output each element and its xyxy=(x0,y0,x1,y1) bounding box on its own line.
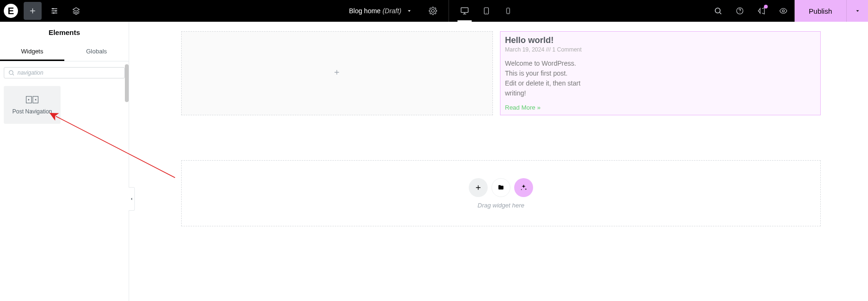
tab-globals[interactable]: Globals xyxy=(64,43,129,61)
desktop-device-button[interactable] xyxy=(454,0,475,22)
chevron-down-icon xyxy=(854,8,861,14)
drop-section-buttons xyxy=(469,178,533,197)
topbar: E Blog home (Draft) xyxy=(0,0,868,22)
search-icon xyxy=(8,69,15,76)
gear-icon xyxy=(429,7,437,15)
post-preview-card[interactable]: Hello world! March 19, 2024 /// 1 Commen… xyxy=(500,31,821,115)
publish-options-button[interactable] xyxy=(846,0,868,22)
mobile-icon xyxy=(504,7,512,15)
empty-column[interactable] xyxy=(181,31,493,115)
svg-point-8 xyxy=(715,8,720,13)
svg-point-0 xyxy=(53,8,54,9)
plus-icon xyxy=(28,7,37,15)
layers-icon xyxy=(72,7,80,15)
eye-icon xyxy=(779,7,788,15)
document-status: (Draft) xyxy=(383,7,402,15)
add-section-button[interactable] xyxy=(469,178,488,197)
mobile-device-button[interactable] xyxy=(497,0,519,22)
widget-results: Post Navigation xyxy=(0,84,129,126)
svg-point-11 xyxy=(782,10,785,12)
publish-button[interactable]: Publish xyxy=(795,0,846,22)
topbar-center: Blog home (Draft) xyxy=(349,0,519,22)
help-icon xyxy=(736,7,744,15)
plus-icon xyxy=(474,184,482,191)
topbar-left: E xyxy=(0,0,87,22)
drop-hint: Drag widget here xyxy=(478,202,525,209)
separator xyxy=(448,0,449,22)
widget-label: Post Navigation xyxy=(12,108,52,115)
post-excerpt: Welcome to WordPress. This is your first… xyxy=(505,59,581,98)
widget-search-box[interactable] xyxy=(4,67,125,78)
topbar-right: Publish xyxy=(707,0,868,22)
svg-point-12 xyxy=(9,70,13,74)
panel-tabs: Widgets Globals xyxy=(0,43,129,61)
drop-section[interactable]: Drag widget here xyxy=(181,160,821,226)
whats-new-button[interactable] xyxy=(751,0,772,22)
post-meta: March 19, 2024 /// 1 Comment xyxy=(505,46,816,53)
panel-title: Elements xyxy=(0,22,129,43)
site-settings-button[interactable] xyxy=(44,0,65,22)
chevron-down-icon xyxy=(406,8,412,14)
canvas-row-1: Hello world! March 19, 2024 /// 1 Commen… xyxy=(181,31,821,115)
search-wrap xyxy=(0,61,129,84)
desktop-icon xyxy=(460,6,469,16)
search-icon xyxy=(714,7,722,15)
widget-search-input[interactable] xyxy=(18,69,121,76)
elementor-logo-button[interactable]: E xyxy=(0,0,22,22)
publish-label: Publish xyxy=(809,7,832,15)
plus-icon xyxy=(333,69,341,78)
read-more-link[interactable]: Read More » xyxy=(505,104,816,111)
editor-canvas: Hello world! March 19, 2024 /// 1 Commen… xyxy=(129,22,868,301)
tab-widgets[interactable]: Widgets xyxy=(0,43,64,61)
add-element-button[interactable] xyxy=(24,2,42,20)
svg-point-10 xyxy=(739,12,740,13)
sliders-icon xyxy=(50,7,59,15)
page-settings-button[interactable] xyxy=(422,0,444,22)
ai-button[interactable] xyxy=(514,178,533,197)
responsive-device-group xyxy=(454,0,519,22)
sparkle-icon xyxy=(520,184,527,191)
svg-point-1 xyxy=(55,10,57,12)
folder-icon xyxy=(497,184,505,191)
help-button[interactable] xyxy=(729,0,751,22)
post-navigation-icon xyxy=(26,95,39,104)
svg-point-2 xyxy=(53,12,54,14)
svg-point-5 xyxy=(486,13,487,13)
tablet-device-button[interactable] xyxy=(475,0,497,22)
post-title: Hello world! xyxy=(505,35,816,45)
svg-rect-3 xyxy=(461,8,468,12)
structure-button[interactable] xyxy=(65,0,87,22)
elementor-logo-icon: E xyxy=(4,4,18,18)
finder-button[interactable] xyxy=(707,0,729,22)
tablet-icon xyxy=(482,7,491,15)
notification-dot xyxy=(764,5,768,9)
svg-point-7 xyxy=(508,12,509,13)
document-name: Blog home xyxy=(349,7,381,15)
preview-button[interactable] xyxy=(772,0,794,22)
elements-panel: Elements Widgets Globals Post Navigation xyxy=(0,22,129,301)
add-template-button[interactable] xyxy=(491,178,510,197)
widget-post-navigation[interactable]: Post Navigation xyxy=(4,86,61,124)
document-title[interactable]: Blog home (Draft) xyxy=(349,7,413,15)
panel-scrollbar[interactable] xyxy=(125,64,129,102)
